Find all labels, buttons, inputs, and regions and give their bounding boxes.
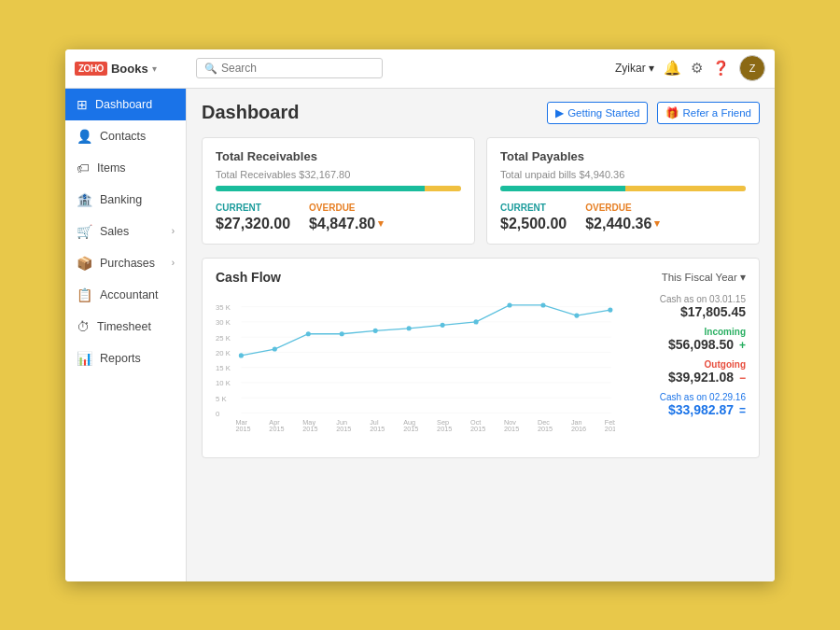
receivables-progress-bar <box>216 186 461 191</box>
fiscal-year-selector[interactable]: This Fiscal Year ▾ <box>662 271 746 284</box>
chart-dot-1 <box>239 353 244 357</box>
chart-dot-11 <box>574 313 579 317</box>
content-area: Dashboard ▶ Getting Started 🎁 Refer a Fr… <box>187 89 775 581</box>
stat-outgoing: Outgoing $39,921.08 − <box>624 359 746 385</box>
sidebar: ⊞ Dashboard 👤 Contacts 🏷 Items 🏦 Banking… <box>65 89 187 581</box>
chart-dot-3 <box>306 331 311 336</box>
sidebar-item-label-accountant: Accountant <box>100 288 159 301</box>
top-bar: ZOHO Books ▾ 🔍 Zyikar ▾ 🔔 ⚙ ❓ Z <box>65 49 775 89</box>
payables-values: CURRENT $2,500.00 OVERDUE $2,440.36 ▾ <box>500 203 746 232</box>
refer-friend-label: Refer a Friend <box>682 107 751 119</box>
cashflow-body: 35 K 30 K 25 K 20 K 15 K 10 K 5 K 0 <box>216 294 746 446</box>
cashflow-stats: Cash as on 03.01.15 $17,805.45 Incoming … <box>624 294 746 446</box>
help-icon[interactable]: ❓ <box>712 60 730 77</box>
x-label-jul2015-yr: 2015 <box>370 425 385 433</box>
receivables-overdue-caret-icon[interactable]: ▾ <box>378 217 384 230</box>
sidebar-item-label-contacts: Contacts <box>100 130 146 143</box>
y-label-0: 0 <box>216 409 219 417</box>
search-icon: 🔍 <box>204 63 217 75</box>
books-logo: Books <box>111 62 148 76</box>
stat-cash-start: Cash as on 03.01.15 $17,805.45 <box>624 294 746 319</box>
avatar[interactable]: Z <box>739 55 765 81</box>
reports-icon: 📊 <box>77 351 92 366</box>
sidebar-item-label-timesheet: Timesheet <box>97 320 151 333</box>
purchases-icon: 📦 <box>77 256 92 271</box>
receivables-current-label: CURRENT <box>216 203 290 213</box>
stat-incoming: Incoming $56,098.50 + <box>624 327 746 352</box>
sidebar-item-banking[interactable]: 🏦 Banking <box>65 184 186 216</box>
chart-dot-7 <box>441 322 445 327</box>
cash-end-label: Cash as on 02.29.16 <box>624 392 746 402</box>
zoho-logo: ZOHO <box>75 62 107 76</box>
y-label-30k: 30 K <box>216 318 231 327</box>
contacts-icon: 👤 <box>77 129 92 144</box>
y-label-35k: 35 K <box>216 303 231 312</box>
receivables-overdue-segment <box>425 186 461 191</box>
chart-dot-2 <box>273 346 277 351</box>
getting-started-button[interactable]: ▶ Getting Started <box>547 102 648 124</box>
sidebar-item-dashboard[interactable]: ⊞ Dashboard <box>65 89 186 120</box>
notifications-icon[interactable]: 🔔 <box>664 60 681 77</box>
receivables-overdue-label: OVERDUE <box>309 203 384 213</box>
sidebar-item-items[interactable]: 🏷 Items <box>65 152 186 184</box>
stat-cash-end: Cash as on 02.29.16 $33,982.87 = <box>624 392 746 417</box>
sidebar-item-contacts[interactable]: 👤 Contacts <box>65 120 186 152</box>
total-receivables-subtitle: Total Receivables $32,167.80 <box>216 169 461 180</box>
receivables-current-segment <box>216 186 425 191</box>
receivables-current: CURRENT $27,320.00 <box>216 203 290 232</box>
timesheet-icon: ⏱ <box>77 319 90 334</box>
y-label-5k: 5 K <box>216 394 227 402</box>
payables-progress-bar <box>500 186 746 191</box>
cashflow-header: Cash Flow This Fiscal Year ▾ <box>216 270 746 285</box>
payables-overdue-amount: $2,440.36 ▾ <box>585 216 660 232</box>
x-label-mar2015-yr: 2015 <box>235 425 250 433</box>
payables-current-segment <box>500 186 625 191</box>
sidebar-item-sales[interactable]: 🛒 Sales › <box>65 216 186 247</box>
search-input[interactable] <box>221 62 371 75</box>
total-payables-subtitle: Total unpaid bills $4,940.36 <box>500 169 746 180</box>
cashflow-card: Cash Flow This Fiscal Year ▾ 35 K 30 K 2… <box>202 258 760 458</box>
settings-icon[interactable]: ⚙ <box>691 60 703 77</box>
x-label-may2015-yr: 2015 <box>302 425 317 433</box>
x-label-nov2015-yr: 2015 <box>504 425 519 433</box>
sidebar-item-label-dashboard: Dashboard <box>95 98 152 111</box>
sales-chevron-icon: › <box>172 226 175 236</box>
sidebar-item-purchases[interactable]: 📦 Purchases › <box>65 247 186 279</box>
sidebar-item-accountant[interactable]: 📋 Accountant <box>65 279 186 311</box>
y-label-20k: 20 K <box>216 348 231 357</box>
payables-overdue-segment <box>625 186 746 191</box>
receivables-current-amount: $27,320.00 <box>216 216 290 232</box>
refer-friend-button[interactable]: 🎁 Refer a Friend <box>657 102 760 124</box>
outgoing-minus-icon: − <box>739 371 746 385</box>
user-name[interactable]: Zyikar ▾ <box>615 62 654 75</box>
logo-caret-icon[interactable]: ▾ <box>152 63 157 74</box>
page-title: Dashboard <box>202 102 299 123</box>
cashflow-title: Cash Flow <box>216 270 281 285</box>
incoming-label: Incoming <box>624 327 746 337</box>
y-label-25k: 25 K <box>216 333 231 342</box>
cashflow-chart: 35 K 30 K 25 K 20 K 15 K 10 K 5 K 0 <box>216 294 615 443</box>
outgoing-value: $39,921.08 − <box>624 370 746 385</box>
chart-dot-8 <box>473 319 478 324</box>
payables-overdue-caret-icon[interactable]: ▾ <box>654 217 660 230</box>
outgoing-label: Outgoing <box>624 359 746 370</box>
items-icon: 🏷 <box>77 161 90 175</box>
total-payables-card: Total Payables Total unpaid bills $4,940… <box>486 137 760 245</box>
cash-start-value: $17,805.45 <box>624 304 746 319</box>
header-actions: ▶ Getting Started 🎁 Refer a Friend <box>547 102 760 124</box>
app-window: ZOHO Books ▾ 🔍 Zyikar ▾ 🔔 ⚙ ❓ Z ⊞ Dashbo… <box>65 49 775 581</box>
sales-icon: 🛒 <box>77 224 92 239</box>
sidebar-item-reports[interactable]: 📊 Reports <box>65 343 186 374</box>
cashflow-line <box>241 304 609 355</box>
logo-area: ZOHO Books ▾ <box>75 62 196 76</box>
top-bar-right: Zyikar ▾ 🔔 ⚙ ❓ Z <box>615 55 765 81</box>
purchases-chevron-icon: › <box>172 258 175 268</box>
x-label-jan2016-yr: 2016 <box>571 425 586 433</box>
incoming-value: $56,098.50 + <box>624 337 746 352</box>
sidebar-item-timesheet[interactable]: ⏱ Timesheet <box>65 311 186 343</box>
total-payables-title: Total Payables <box>500 149 746 163</box>
main-layout: ⊞ Dashboard 👤 Contacts 🏷 Items 🏦 Banking… <box>65 89 775 581</box>
cards-row: Total Receivables Total Receivables $32,… <box>202 137 760 245</box>
accountant-icon: 📋 <box>77 287 92 302</box>
search-box[interactable]: 🔍 <box>196 58 383 78</box>
